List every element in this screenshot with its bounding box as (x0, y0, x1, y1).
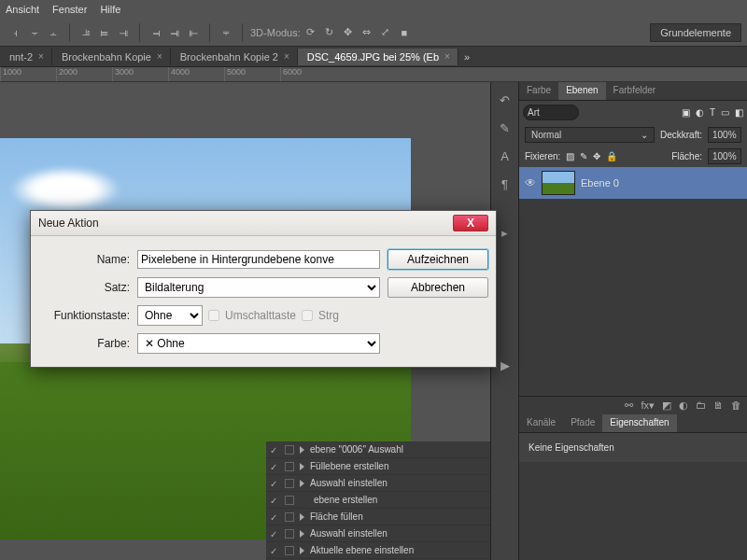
action-step[interactable]: ✓Auswahl einstellen (266, 475, 490, 492)
align-center-v-icon[interactable]: ⫢ (96, 24, 113, 41)
fkey-select[interactable]: Ohne (137, 305, 203, 326)
set-label: Satz: (42, 281, 130, 294)
name-input[interactable] (137, 250, 380, 269)
3d-mode-label: 3D-Modus: (250, 27, 301, 38)
adjust-icon[interactable]: ◐ (679, 399, 688, 412)
tab-layers[interactable]: Ebenen (558, 82, 605, 100)
layer-thumb (542, 171, 575, 195)
3d-scale-icon[interactable]: ⤢ (377, 24, 394, 41)
menu-window[interactable]: Fenster (52, 4, 87, 15)
paragraph-icon[interactable]: ¶ (497, 175, 514, 192)
tab-3[interactable]: Brockenbahn Kopie 2× (171, 49, 298, 65)
action-step[interactable]: ✓Aktuelle ebene einstellen (266, 542, 490, 559)
new-layer-icon[interactable]: 🗎 (713, 399, 724, 412)
layer-name[interactable]: Ebene 0 (581, 177, 619, 189)
tab-swatches[interactable]: Farbfelder (606, 82, 664, 100)
delete-icon[interactable]: 🗑 (731, 399, 741, 412)
link-icon[interactable]: ⚯ (625, 399, 633, 412)
tab-color[interactable]: Farbe (519, 82, 558, 100)
action-step[interactable]: ✓Auswahl einstellen (266, 525, 490, 542)
right-panels: Farbe Ebenen Farbfelder ▣ ◐ T ▭ ◧ Normal… (518, 82, 747, 560)
actions-icon[interactable]: ▸ (497, 224, 514, 241)
color-label: Farbe: (42, 337, 130, 350)
ctrl-checkbox (302, 310, 313, 321)
tab-overflow-icon[interactable]: » (458, 51, 475, 63)
ctrl-label: Strg (318, 309, 339, 322)
ruler: 100020003000 400050006000 (0, 67, 747, 82)
play-panel-icon[interactable]: ▶ (497, 357, 514, 373)
tab-1[interactable]: nnt-2× (0, 49, 52, 65)
close-icon[interactable]: × (284, 51, 289, 62)
close-icon[interactable]: × (444, 51, 450, 62)
lock-all-icon[interactable]: 🔒 (606, 151, 617, 161)
layer-filter-input[interactable] (523, 105, 579, 120)
color-select[interactable]: ✕ Ohne (137, 333, 380, 354)
history-icon[interactable]: ↶ (497, 91, 514, 108)
new-action-dialog: Neue Aktion X Name: Aufzeichnen Satz: Bi… (30, 210, 497, 368)
record-button[interactable]: Aufzeichnen (388, 249, 488, 270)
tab-properties[interactable]: Eigenschaften (602, 414, 676, 432)
group-icon[interactable]: 🗀 (696, 399, 706, 412)
lock-transparent-icon[interactable]: ▨ (566, 151, 574, 161)
action-step[interactable]: ✓ebene "0006" Auswahl (266, 441, 490, 458)
align-right-icon[interactable]: ⫠ (45, 24, 62, 41)
align-left-icon[interactable]: ⫞ (7, 24, 24, 41)
action-step[interactable]: ✓Füllebene erstellen (266, 458, 490, 475)
close-icon[interactable]: × (38, 51, 44, 62)
lock-position-icon[interactable]: ✥ (593, 151, 600, 161)
align-center-h-icon[interactable]: ⫟ (26, 24, 43, 41)
3d-camera-icon[interactable]: ■ (396, 24, 413, 41)
essentials-button[interactable]: Grundelemente (650, 23, 741, 42)
cancel-button[interactable]: Abbrechen (388, 277, 488, 298)
filter-smart-icon[interactable]: ◧ (735, 107, 743, 118)
mask-icon[interactable]: ◩ (662, 399, 671, 412)
align-top-icon[interactable]: ⫡ (78, 24, 94, 41)
distribute-v-icon[interactable]: ⫥ (166, 24, 183, 41)
actions-panel: ✓ebene "0006" Auswahl ✓Füllebene erstell… (266, 441, 490, 560)
menu-bar: Ansicht Fenster Hilfe (0, 0, 747, 19)
close-icon[interactable]: × (157, 51, 162, 62)
filter-shape-icon[interactable]: ▭ (721, 107, 729, 118)
auto-align-icon[interactable]: ⫧ (218, 24, 234, 41)
fill-label: Fläche: (671, 151, 702, 161)
options-bar: ⫞ ⫟ ⫠ ⫡ ⫢ ⫣ ⫤ ⫥ ⫦ ⫧ 3D-Modus: ⟳ ↻ ✥ ⇔ ⤢ … (0, 19, 747, 47)
lock-image-icon[interactable]: ✎ (580, 151, 587, 161)
3d-roll-icon[interactable]: ↻ (321, 24, 338, 41)
tab-2[interactable]: Brockenbahn Kopie× (52, 49, 171, 65)
filter-type-icon[interactable]: T (710, 107, 715, 118)
set-select[interactable]: Bildalterung (137, 277, 380, 298)
action-step[interactable]: ✓Fläche füllen (266, 509, 490, 525)
menu-help[interactable]: Hilfe (100, 4, 120, 15)
dialog-title: Neue Aktion (38, 217, 99, 230)
lock-label: Fixieren: (525, 151, 560, 161)
fill-input[interactable]: 100% (708, 148, 741, 164)
visibility-icon[interactable]: 👁 (525, 176, 536, 189)
3d-slide-icon[interactable]: ⇔ (359, 24, 375, 41)
tab-paths[interactable]: Pfade (563, 414, 602, 432)
shift-label: Umschalttaste (225, 309, 296, 322)
opacity-input[interactable]: 100% (708, 127, 741, 143)
shift-checkbox (208, 310, 219, 321)
brush-icon[interactable]: ✎ (497, 119, 514, 136)
tab-channels[interactable]: Kanäle (519, 414, 563, 432)
distribute-h-icon[interactable]: ⫤ (148, 24, 164, 41)
doc-tabs: nnt-2× Brockenbahn Kopie× Brockenbahn Ko… (0, 47, 747, 67)
fkey-label: Funktionstaste: (42, 309, 130, 322)
align-bottom-icon[interactable]: ⫣ (115, 24, 132, 41)
opacity-label: Deckkraft: (660, 130, 702, 140)
name-label: Name: (42, 253, 130, 266)
filter-image-icon[interactable]: ▣ (682, 107, 690, 118)
3d-pan-icon[interactable]: ✥ (340, 24, 357, 41)
distribute-center-icon[interactable]: ⫦ (185, 24, 202, 41)
char-icon[interactable]: A (497, 147, 514, 164)
fx-icon[interactable]: fx▾ (641, 399, 655, 412)
3d-rotate-icon[interactable]: ⟳ (303, 24, 319, 41)
no-properties-text: Keine Eigenschaften (529, 442, 614, 453)
layer-row[interactable]: 👁 Ebene 0 (519, 167, 747, 199)
blend-mode-select[interactable]: Normal ⌄ (525, 127, 655, 143)
tab-4[interactable]: DSC_4659.JPG bei 25% (Eb× (298, 49, 458, 65)
action-step[interactable]: ✓ebene erstellen (266, 492, 490, 509)
filter-adjust-icon[interactable]: ◐ (696, 107, 704, 118)
menu-view[interactable]: Ansicht (6, 4, 39, 15)
close-button[interactable]: X (453, 215, 488, 231)
